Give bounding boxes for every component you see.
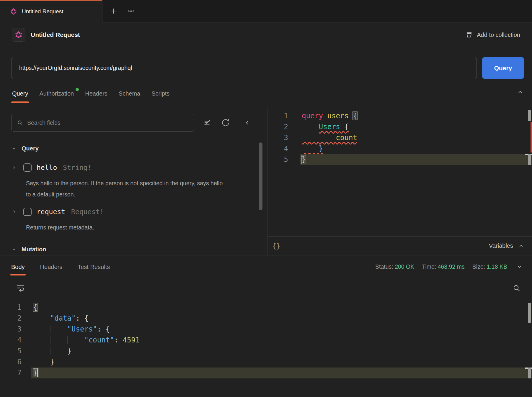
plus-icon	[110, 7, 118, 15]
field-row-hello[interactable]: hello String!	[11, 163, 267, 172]
code-line[interactable]: 5}	[267, 154, 532, 165]
code-line[interactable]: 3 count	[267, 132, 532, 143]
chevron-down-icon[interactable]	[516, 263, 523, 270]
editor-overview-ruler	[525, 110, 532, 254]
code-line[interactable]: 1{	[0, 302, 532, 313]
time-label: Time:	[422, 263, 436, 270]
code-line[interactable]: 7}	[0, 368, 532, 378]
response-body-editor[interactable]: 1{2 "data": {3 "Users": {4 "count": 4591…	[0, 296, 532, 396]
line-number: 7	[0, 368, 22, 378]
field-row-request[interactable]: request Request!	[11, 208, 267, 216]
response-panel: Body Headers Test Results Status: 200 OK…	[0, 255, 532, 397]
code-line[interactable]: 5 }	[0, 346, 532, 357]
more-options-icon	[127, 7, 135, 15]
collapse-request-section-button[interactable]	[517, 88, 524, 96]
graphql-icon	[15, 31, 22, 39]
query-send-button[interactable]: Query	[482, 57, 524, 79]
search-response-button[interactable]	[512, 284, 521, 293]
add-to-collection-button[interactable]: Add to collection	[465, 31, 520, 39]
wrap-text-button[interactable]	[15, 283, 26, 293]
response-header: Body Headers Test Results Status: 200 OK…	[0, 255, 532, 278]
refresh-icon	[221, 118, 230, 127]
code-line[interactable]: 6 }	[0, 357, 532, 368]
schema-search-row	[11, 114, 267, 132]
editor-scrollbar-thumb[interactable]	[528, 154, 531, 165]
line-number: 2	[267, 122, 288, 132]
tab-schema[interactable]: Schema	[119, 90, 140, 97]
line-number: 2	[0, 313, 22, 324]
schema-scrollbar-thumb[interactable]	[259, 142, 262, 210]
section-query[interactable]: Query	[11, 145, 267, 152]
tab-scripts[interactable]: Scripts	[151, 90, 169, 97]
url-input[interactable]	[11, 57, 477, 79]
field-description: Returns request metadata.	[26, 222, 224, 233]
field-name: request	[37, 208, 65, 216]
tab-options-button[interactable]	[127, 7, 135, 15]
field-type: String!	[63, 164, 92, 171]
field-type: Request!	[71, 208, 104, 216]
section-mutation-label: Mutation	[22, 246, 46, 253]
tab-headers[interactable]: Headers	[85, 90, 107, 97]
response-tab-headers[interactable]: Headers	[40, 263, 63, 271]
request-header: Untitled Request Add to collection	[0, 22, 532, 47]
field-hello-checkbox[interactable]	[23, 163, 32, 172]
line-number: 4	[267, 143, 288, 154]
code-line[interactable]: 4 }	[267, 143, 532, 154]
search-box	[11, 114, 194, 132]
tab-authorization[interactable]: Authorization	[39, 90, 74, 97]
response-tab-test-results[interactable]: Test Results	[78, 263, 110, 271]
variables-label[interactable]: Variables	[489, 242, 513, 249]
response-scrollbar-thumb[interactable]	[528, 303, 531, 323]
authorization-status-dot	[76, 88, 79, 91]
field-request-checkbox[interactable]	[23, 208, 32, 216]
editor-scrollbar-thumb[interactable]	[528, 110, 531, 121]
status-label: Status:	[375, 263, 393, 270]
code-line[interactable]: 4 "count": 4591	[0, 335, 532, 346]
chevron-down-icon	[11, 145, 17, 151]
add-to-collection-label: Add to collection	[477, 32, 520, 38]
response-status-bar: Status: 200 OK Time: 468.92 ms Size: 1.1…	[375, 263, 523, 270]
variables-braces-icon: {}	[272, 242, 280, 250]
request-tabs: Query Authorization Headers Schema Scrip…	[0, 79, 532, 107]
line-number: 5	[0, 346, 22, 357]
response-time: Time: 468.92 ms	[422, 263, 465, 270]
response-size: Size: 1.18 KB	[472, 263, 507, 270]
line-number: 4	[0, 335, 22, 346]
schema-tree: Query hello String! Says hello to the pe…	[11, 145, 267, 253]
new-tab-button[interactable]	[110, 7, 118, 15]
collapse-panel-button[interactable]	[243, 119, 251, 127]
field-name: hello	[37, 164, 57, 171]
chevron-up-icon[interactable]	[518, 243, 524, 249]
status-value: 200 OK	[395, 263, 414, 270]
time-value: 468.92 ms	[438, 263, 465, 270]
tab-title: Untitled Request	[22, 8, 63, 15]
schema-explorer-panel: Query hello String! Says hello to the pe…	[0, 107, 267, 255]
url-row: Query	[11, 57, 524, 79]
response-tab-body[interactable]: Body	[11, 263, 25, 271]
request-tab[interactable]: Untitled Request	[0, 0, 102, 22]
chevron-left-icon	[243, 119, 251, 127]
text-cursor	[37, 368, 38, 377]
chevron-right-icon[interactable]	[11, 209, 17, 215]
code-line[interactable]: 2 "data": {	[0, 313, 532, 324]
response-scrollbar-thumb[interactable]	[528, 368, 531, 378]
section-mutation[interactable]: Mutation	[11, 245, 267, 253]
code-line[interactable]: 3 "Users": {	[0, 324, 532, 335]
search-fields-input[interactable]	[27, 119, 189, 126]
code-line[interactable]: 1query users {	[267, 111, 532, 122]
line-number: 3	[267, 132, 288, 143]
graphql-icon	[10, 8, 17, 15]
search-icon	[512, 284, 521, 293]
code-line[interactable]: 2 Users {	[267, 122, 532, 132]
chevron-right-icon[interactable]	[11, 165, 17, 170]
filter-off-icon	[202, 117, 213, 128]
search-icon	[17, 119, 23, 126]
tab-query[interactable]: Query	[12, 90, 28, 97]
hide-fields-toggle-button[interactable]	[202, 117, 213, 128]
line-number: 6	[0, 357, 22, 368]
refresh-schema-button[interactable]	[221, 118, 230, 127]
graphql-query-editor[interactable]: 1query users {2 Users {3 count4 }5}	[267, 107, 532, 236]
window-tab-bar: Untitled Request	[0, 0, 532, 22]
graphql-badge	[12, 28, 25, 42]
variables-bar: {} Variables	[267, 236, 532, 255]
